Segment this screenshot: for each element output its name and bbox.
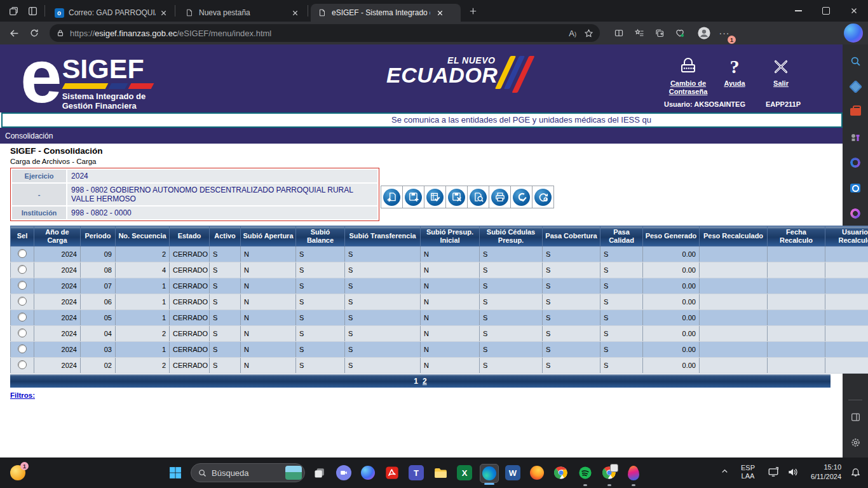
new-tab-button[interactable] (463, 3, 482, 19)
tray-chevron-up-icon[interactable] (720, 466, 729, 476)
table-row: 2024071CERRADOSNSSNSSS0.00 (11, 278, 868, 294)
chrome-icon[interactable] (552, 464, 570, 482)
firefox-icon[interactable] (528, 464, 546, 482)
tab-actions-icon[interactable] (23, 3, 42, 19)
copilot-icon[interactable] (844, 24, 863, 43)
word-icon[interactable]: W (504, 464, 522, 482)
task-view-icon[interactable] (311, 464, 329, 482)
sidebar-search-icon[interactable] (846, 52, 864, 70)
file-explorer-icon[interactable] (431, 464, 449, 482)
volume-icon[interactable] (787, 466, 798, 478)
pagination-bar: 1 2 (10, 374, 831, 388)
row-select-cell (11, 310, 34, 326)
help-action[interactable]: ? Ayuda (709, 56, 760, 88)
cast-display-icon[interactable] (768, 466, 779, 478)
row-select-radio[interactable] (18, 297, 27, 306)
table-row: 2024051CERRADOSNSSNSSS0.00 (11, 310, 868, 326)
edge-icon[interactable] (480, 464, 499, 483)
page-subtitle: Carga de Archivos - Carga (10, 158, 97, 165)
sidebar-tools-icon[interactable] (846, 103, 864, 121)
workspaces-icon[interactable] (4, 3, 23, 19)
table-cell: 0.00 (643, 358, 700, 374)
sidebar-outlook-icon[interactable] (846, 179, 864, 197)
chat-icon[interactable] (335, 464, 353, 482)
table-cell: 02 (81, 358, 116, 374)
table-cell: N (241, 326, 296, 342)
create-button[interactable] (381, 186, 403, 208)
flame-app-icon[interactable] (625, 464, 642, 482)
validate-button[interactable] (424, 186, 446, 208)
browser-essentials-icon[interactable] (670, 24, 690, 43)
start-button[interactable] (166, 464, 184, 482)
refresh-icon[interactable] (24, 24, 44, 43)
excel-icon[interactable]: X (456, 464, 473, 482)
sidebar-panel-icon[interactable] (846, 408, 864, 426)
table-cell: N (421, 262, 480, 278)
acrobat-icon[interactable] (383, 464, 401, 482)
approve-button[interactable] (510, 186, 532, 208)
maximize-button[interactable] (812, 0, 840, 22)
page-favicon (184, 8, 194, 18)
delete-button[interactable] (445, 186, 468, 208)
recalculate-button[interactable] (532, 186, 554, 208)
taskbar-search[interactable]: Búsqueda (191, 463, 305, 482)
sidebar-games-icon[interactable] (846, 128, 864, 146)
column-header: Subió Cédulas Presup. (480, 226, 543, 247)
tab-close-icon[interactable] (435, 8, 445, 18)
announcement-marquee: Se comunica a las entidades del PGE y un… (1, 112, 843, 128)
teams-icon[interactable]: T (407, 464, 425, 482)
exit-action[interactable]: Salir (756, 56, 806, 88)
notifications-bell-icon[interactable] (850, 467, 861, 478)
row-select-radio[interactable] (18, 344, 27, 353)
table-cell: S (600, 326, 643, 342)
favorite-star-icon[interactable] (584, 29, 593, 38)
sidebar-shopping-icon[interactable] (846, 78, 864, 95)
sidebar-settings-icon[interactable] (846, 433, 864, 451)
minimize-button[interactable] (784, 0, 812, 22)
table-cell (768, 247, 825, 262)
profile-avatar[interactable] (694, 24, 714, 43)
clock[interactable]: 15:10 6/11/2024 (811, 463, 841, 482)
tab-correo[interactable]: o Correo: GAD PARROQUIAL VALLE (48, 4, 172, 22)
detail-button[interactable] (467, 186, 489, 208)
row-select-radio[interactable] (18, 360, 27, 369)
split-screen-icon[interactable] (609, 24, 629, 43)
row-select-radio[interactable] (18, 281, 27, 290)
tab-close-icon[interactable] (160, 8, 168, 18)
table-cell: S (345, 278, 421, 294)
sidebar-microsoft365-icon[interactable] (846, 154, 864, 172)
table-cell: N (241, 262, 296, 278)
settings-more-icon[interactable]: ··· 1 (714, 24, 735, 43)
row-select-radio[interactable] (18, 265, 27, 274)
back-icon[interactable] (4, 24, 24, 43)
language-indicator[interactable]: ESPLAA (741, 464, 755, 480)
spotify-icon[interactable] (576, 464, 594, 482)
weather-widget-icon[interactable]: 1 (9, 464, 27, 482)
copilot-taskbar-icon[interactable] (359, 464, 377, 482)
change-password-action[interactable]: Cambio de Contraseña (663, 56, 714, 96)
tab-title: Nueva pestaña (199, 8, 250, 17)
favorites-icon[interactable] (629, 24, 649, 43)
row-select-radio[interactable] (18, 329, 27, 337)
row-select-radio[interactable] (18, 313, 27, 322)
tab-esigef-active[interactable]: eSIGEF - Sistema Integrado de G (311, 4, 461, 22)
row-select-radio[interactable] (18, 249, 27, 258)
save-button[interactable] (402, 186, 424, 208)
filters-link[interactable]: Filtros: (10, 391, 35, 399)
page-link-2[interactable]: 2 (423, 377, 427, 386)
print-button[interactable] (489, 186, 511, 208)
collections-icon[interactable] (649, 24, 670, 43)
table-cell: CERRADO (170, 358, 210, 374)
institucion-value: 998 - 0802 - 0000 (67, 206, 378, 220)
table-cell: S (543, 247, 600, 262)
address-bar[interactable]: https://esigef.finanzas.gob.ec/eSIGEF/me… (50, 24, 600, 42)
tab-nueva-pestana[interactable]: Nueva pestaña (178, 4, 305, 22)
close-window-button[interactable] (840, 0, 868, 22)
read-aloud-icon[interactable]: A) (569, 29, 576, 38)
table-cell: N (421, 310, 480, 326)
table-cell: S (480, 342, 543, 358)
chrome-profile-icon[interactable] (600, 464, 618, 482)
sidebar-drop-icon[interactable] (846, 205, 864, 222)
menu-item-consolidacion[interactable]: Consolidación (5, 132, 53, 140)
tab-close-icon[interactable] (290, 8, 300, 18)
